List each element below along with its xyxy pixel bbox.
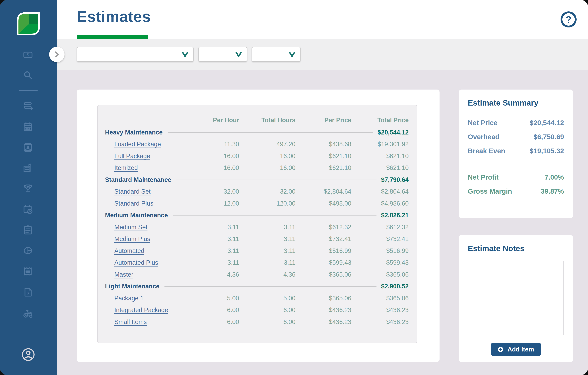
per-price-value: $365.06 (295, 295, 351, 302)
summary-label: Gross Margin (468, 187, 512, 195)
table-row: Package 1 5.00 5.00 $365.06 $365.06 (105, 292, 409, 304)
filter-dropdown-1[interactable] (77, 47, 194, 62)
per-hour-value: 16.00 (183, 164, 239, 171)
group-total: $20,544.12 (378, 129, 409, 136)
group-row: Heavy Maintenance $20,544.12 (105, 127, 409, 139)
item-link[interactable]: Automated (114, 247, 144, 254)
pie-chart-icon[interactable] (23, 246, 33, 256)
column-header-total-price: Total Price (351, 117, 409, 124)
svg-text:$: $ (27, 53, 29, 57)
item-link[interactable]: Integrated Package (114, 307, 168, 313)
group-name: Standard Maintenance (105, 176, 171, 183)
item-link[interactable]: Full Package (114, 153, 150, 160)
building-icon[interactable] (23, 163, 33, 173)
notes-textarea[interactable] (468, 261, 564, 335)
item-link[interactable]: Medium Set (114, 224, 147, 231)
estimate-notes-card: Estimate Notes Add Item (459, 235, 573, 362)
estimate-summary-card: Estimate Summary Net Price $20,544.12 Ov… (459, 90, 573, 218)
table-row: Standard Set 32.00 32.00 $2,804.64 $2,80… (105, 186, 409, 198)
per-price-value: $436.23 (295, 307, 351, 314)
per-price-value: $516.99 (295, 247, 351, 254)
per-hour-value: 11.30 (183, 141, 239, 148)
svg-text:$: $ (27, 291, 29, 295)
item-link[interactable]: Standard Set (114, 188, 151, 195)
item-link[interactable]: Small Items (114, 319, 147, 325)
per-hour-value: 5.00 (183, 295, 239, 302)
per-hour-value: 32.00 (183, 188, 239, 195)
summary-value: 7.00% (545, 173, 564, 181)
per-hour-value: 6.00 (183, 307, 239, 314)
notes-title: Estimate Notes (468, 244, 564, 253)
list-add-icon[interactable] (23, 101, 33, 111)
group-divider-line (176, 180, 377, 180)
table-row: Medium Plus 3.11 3.11 $732.41 $732.41 (105, 233, 409, 245)
contact-card-icon[interactable] (23, 142, 33, 153)
chevron-down-icon (235, 52, 242, 57)
total-price-value: $516.99 (351, 247, 409, 254)
sidebar-expand-button[interactable] (49, 47, 64, 62)
help-button[interactable]: ? (561, 11, 577, 27)
calendar-clock-icon[interactable] (23, 204, 33, 215)
item-link[interactable]: Medium Plus (114, 236, 150, 242)
table-header-row: Per Hour Total Hours Per Price Total Pri… (105, 114, 409, 127)
per-hour-value: 3.11 (183, 224, 239, 231)
summary-row-break-even: Break Even $19,105.32 (468, 144, 564, 158)
invoice-icon[interactable]: $ (23, 287, 33, 297)
column-header-per-hour: Per Hour (183, 117, 239, 124)
total-hours-value: 3.11 (239, 236, 295, 243)
summary-divider (468, 164, 564, 164)
group-row: Medium Maintenance $2,826.21 (105, 209, 409, 221)
calendar-icon[interactable] (23, 121, 33, 132)
receipt-icon[interactable] (23, 266, 33, 277)
total-price-value: $599.43 (351, 259, 409, 266)
question-mark-icon: ? (566, 14, 571, 25)
total-hours-value: 3.11 (239, 224, 295, 231)
table-row: Master 4.36 4.36 $365.06 $365.06 (105, 269, 409, 280)
summary-row-overhead: Overhead $6,750.69 (468, 130, 564, 144)
total-price-value: $4,986.60 (351, 200, 409, 207)
per-price-value: $599.43 (295, 259, 351, 266)
filter-dropdown-3[interactable] (252, 47, 301, 62)
summary-value: $6,750.69 (534, 133, 564, 141)
table-row: Integrated Package 6.00 6.00 $436.23 $43… (105, 304, 409, 316)
top-bar: Estimates ? (57, 0, 588, 39)
tractor-icon[interactable] (23, 308, 33, 319)
search-icon[interactable] (23, 70, 33, 80)
table-row: Small Items 6.00 6.00 $436.23 $436.23 (105, 316, 409, 328)
item-link[interactable]: Standard Plus (114, 200, 153, 207)
item-link[interactable]: Itemized (114, 164, 138, 171)
per-price-value: $436.23 (295, 319, 351, 325)
total-hours-value: 16.00 (239, 153, 295, 160)
item-link[interactable]: Master (114, 271, 133, 278)
main-area: Estimates ? (57, 0, 588, 375)
total-hours-value: 120.00 (239, 200, 295, 207)
item-link[interactable]: Package 1 (114, 295, 144, 302)
group-name: Heavy Maintenance (105, 129, 163, 136)
table-row: Full Package 16.00 16.00 $621.10 $621.10 (105, 150, 409, 162)
total-hours-value: 4.36 (239, 271, 295, 278)
item-link[interactable]: Automated Plus (114, 259, 158, 266)
app-window: $ (0, 0, 588, 375)
total-price-value: $436.23 (351, 307, 409, 314)
total-hours-value: 6.00 (239, 319, 295, 325)
group-row: Light Maintenance $2,900.52 (105, 280, 409, 292)
clipboard-icon[interactable] (23, 225, 33, 235)
per-hour-value: 16.00 (183, 153, 239, 160)
total-price-value: $19,301.92 (351, 141, 409, 148)
total-price-value: $621.10 (351, 153, 409, 160)
add-item-button[interactable]: Add Item (491, 343, 541, 356)
total-hours-value: 497.20 (239, 141, 295, 148)
summary-title: Estimate Summary (468, 98, 564, 107)
summary-value: 39.87% (541, 187, 564, 195)
estimate-table: Per Hour Total Hours Per Price Total Pri… (97, 105, 417, 343)
group-total: $7,790.64 (381, 176, 409, 183)
user-avatar-icon[interactable] (21, 348, 35, 361)
filter-dropdown-2[interactable] (199, 47, 247, 62)
money-bill-icon[interactable]: $ (23, 50, 33, 60)
summary-label: Net Price (468, 119, 497, 127)
per-price-value: $732.41 (295, 236, 351, 243)
item-link[interactable]: Loaded Package (114, 141, 161, 148)
estimate-table-card: Per Hour Total Hours Per Price Total Pri… (77, 90, 440, 362)
total-hours-value: 16.00 (239, 164, 295, 171)
trophy-icon[interactable] (23, 183, 33, 194)
